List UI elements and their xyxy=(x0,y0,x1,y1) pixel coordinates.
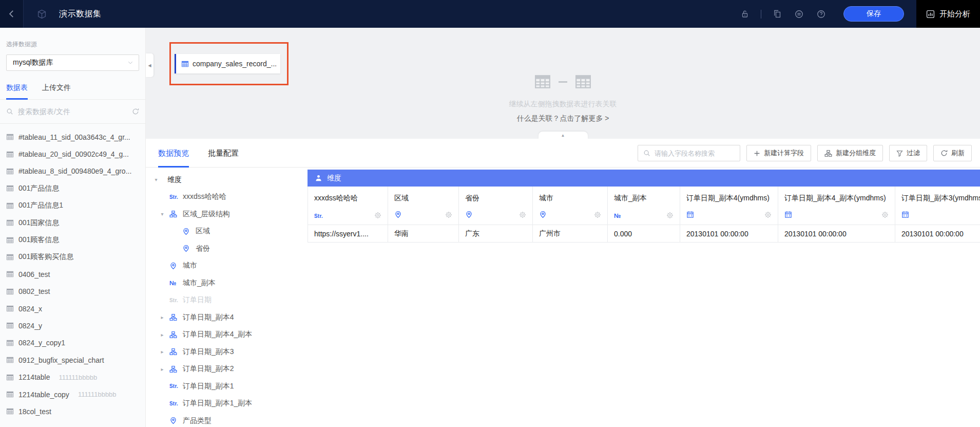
tree-item[interactable]: ▸订单日期_副本4 xyxy=(146,309,308,326)
navbar-actions: 保存 开始分析 xyxy=(734,0,980,28)
table-list-item[interactable]: 0824_y_copy1 xyxy=(6,335,145,351)
caret-right-icon[interactable]: ▸ xyxy=(159,314,165,320)
caret-right-icon[interactable]: ▸ xyxy=(159,349,165,355)
datasource-sidebar: 选择数据源 mysql数据库 数据表 上传文件 #tableau_11_sid_… xyxy=(0,28,146,427)
table-node-label: company_sales_record_... xyxy=(193,60,276,68)
caret-right-icon[interactable]: ▸ xyxy=(159,332,165,338)
tree-item[interactable]: ▾维度 xyxy=(146,171,308,189)
tree-item[interactable]: 产品类型 xyxy=(146,412,308,427)
tree-item[interactable]: Str.订单日期_副本1 xyxy=(146,378,308,395)
tab-data-preview[interactable]: 数据预览 xyxy=(158,139,189,168)
tree-item[interactable]: ▸订单日期_副本3 xyxy=(146,343,308,361)
tree-item[interactable]: Str.xxxdss哈哈哈 xyxy=(146,189,308,206)
table-list-item[interactable]: 0912_bugfix_special_chart xyxy=(6,351,145,368)
new-group-dimension-button[interactable]: 新建分组维度 xyxy=(817,145,883,161)
table-list-item-note: 111111bbbbb xyxy=(78,391,117,398)
tab-batch-config[interactable]: 批量配置 xyxy=(208,139,239,168)
canvas-collapse-handle[interactable]: ▲ xyxy=(539,132,588,139)
join-learn-more-link[interactable]: 什么是关联？点击了解更多 > xyxy=(516,114,609,123)
table-list-item[interactable]: 001产品信息1 xyxy=(6,197,145,214)
str-icon: Str. xyxy=(314,211,323,220)
help-icon[interactable] xyxy=(817,10,825,18)
table-list-item[interactable]: 0824_y xyxy=(6,317,145,334)
datasource-select[interactable]: mysql数据库 xyxy=(6,54,139,71)
gear-icon[interactable] xyxy=(519,211,526,218)
caret-right-icon[interactable]: ▸ xyxy=(159,366,165,372)
column-header[interactable]: 订单日期_副本4(ymdhms) xyxy=(680,187,778,225)
str-icon: Str. xyxy=(169,194,179,200)
tree-item[interactable]: ▸订单日期_副本2 xyxy=(146,361,308,378)
table-icon xyxy=(6,407,14,415)
table-search-input[interactable] xyxy=(18,107,127,116)
geo-icon xyxy=(169,262,179,270)
column-header[interactable]: 区域 xyxy=(388,187,459,225)
column-header[interactable]: 订单日期_副本4_副本(ymdhms) xyxy=(778,187,895,225)
user-icon xyxy=(315,174,322,182)
geo-icon xyxy=(539,211,547,218)
tab-data-tables[interactable]: 数据表 xyxy=(6,76,28,99)
tab-upload-files[interactable]: 上传文件 xyxy=(42,76,71,99)
table-icon xyxy=(6,253,14,261)
join-canvas: ◀ company_sales_record_... 继续从左侧拖拽数据表进行表… xyxy=(146,28,980,139)
triangle-up-icon: ▲ xyxy=(561,133,565,138)
table-icon xyxy=(6,202,14,210)
column-header[interactable]: 省份 xyxy=(459,187,533,225)
table-icon xyxy=(6,133,14,141)
save-button[interactable]: 保存 xyxy=(843,6,904,22)
tree-item[interactable]: ▾区域_层级结构 xyxy=(146,206,308,223)
refresh-button[interactable]: 刷新 xyxy=(933,145,972,161)
more-options-icon[interactable] xyxy=(795,10,803,18)
table-list-item[interactable]: 001顾客购买信息 xyxy=(6,249,145,266)
dimensions-section-header: 维度 xyxy=(308,170,980,187)
tree-item-label: 城市_副本 xyxy=(183,279,216,288)
table-list-item[interactable]: 0406_test xyxy=(6,266,145,283)
table-list-item[interactable]: 0824_x xyxy=(6,300,145,317)
tree-item[interactable]: Str.订单日期_副本1_副本 xyxy=(146,395,308,413)
tree-item[interactable]: 城市 xyxy=(146,257,308,275)
gear-icon[interactable] xyxy=(666,212,674,219)
table-node[interactable]: company_sales_record_... xyxy=(175,54,280,73)
unlock-icon[interactable] xyxy=(741,10,749,18)
caret-down-icon[interactable]: ▾ xyxy=(153,177,159,182)
table-list-item[interactable]: 001国家信息 xyxy=(6,214,145,231)
column-name: 订单日期_副本4(ymdhms) xyxy=(686,194,772,203)
table-list-item-label: #tableau_11_sid_00a3643c_4_gr... xyxy=(18,133,130,141)
column-header[interactable]: 城市_副本№ xyxy=(608,187,680,225)
copy-icon[interactable] xyxy=(773,10,781,18)
back-button[interactable] xyxy=(0,0,24,28)
plus-icon xyxy=(754,150,760,157)
field-search-input[interactable] xyxy=(655,150,735,157)
new-calc-field-button[interactable]: 新建计算字段 xyxy=(746,145,811,161)
gear-icon[interactable] xyxy=(881,211,889,218)
caret-down-icon[interactable]: ▾ xyxy=(159,211,165,217)
gear-icon[interactable] xyxy=(445,211,452,218)
refresh-icon xyxy=(940,150,948,157)
table-list-item[interactable]: #tableau_8_sid_009480e9_4_gro... xyxy=(6,163,145,180)
refresh-icon[interactable] xyxy=(132,108,139,115)
gear-icon[interactable] xyxy=(374,212,381,219)
filter-button[interactable]: 过滤 xyxy=(889,145,927,161)
table-list-item[interactable]: #tableau_20_sid_00902c49_4_g... xyxy=(6,145,145,162)
gear-icon[interactable] xyxy=(594,211,601,218)
tree-item-label: 订单日期_副本4 xyxy=(183,313,234,322)
column-header[interactable]: 城市 xyxy=(533,187,608,225)
table-list-item[interactable]: 001产品信息 xyxy=(6,180,145,197)
table-list-item[interactable]: 001顾客信息 xyxy=(6,231,145,248)
table-list-item[interactable]: 1214table_copy111111bbbbb xyxy=(6,386,145,403)
tree-item[interactable]: 区域 xyxy=(146,223,308,240)
table-list-item[interactable]: #tableau_11_sid_00a3643c_4_gr... xyxy=(6,128,145,145)
table-list-item-label: 001产品信息1 xyxy=(18,201,63,210)
column-header[interactable]: xxxdss哈哈哈Str. xyxy=(308,187,388,225)
column-header[interactable]: 订单日期_副本3(ymdhms) xyxy=(895,187,980,225)
preview-toprow: 数据预览 批量配置 新建计算字段新建分组维度过滤刷新 xyxy=(146,139,980,168)
table-list-item[interactable]: 18col_test xyxy=(6,403,145,420)
tree-item[interactable]: 省份 xyxy=(146,240,308,257)
tree-item[interactable]: ▸订单日期_副本4_副本 xyxy=(146,326,308,344)
column-name: xxxdss哈哈哈 xyxy=(314,194,381,203)
start-analysis-button[interactable]: 开始分析 xyxy=(916,0,980,28)
gear-icon[interactable] xyxy=(764,211,772,218)
tree-item[interactable]: Str.订单日期 xyxy=(146,292,308,309)
table-list-item[interactable]: 0802_test xyxy=(6,283,145,300)
tree-item[interactable]: №城市_副本 xyxy=(146,274,308,292)
table-list-item[interactable]: 1214table111111bbbbb xyxy=(6,368,145,385)
